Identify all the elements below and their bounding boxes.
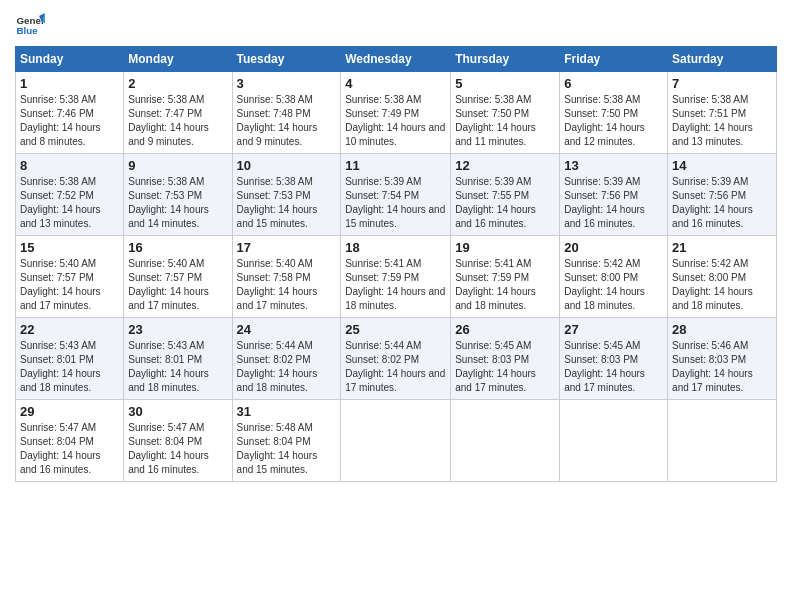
day-number: 14 xyxy=(672,158,772,173)
svg-text:Blue: Blue xyxy=(17,25,39,36)
page: General Blue SundayMondayTuesdayWednesda… xyxy=(0,0,792,612)
day-info: Sunrise: 5:38 AMSunset: 7:53 PMDaylight:… xyxy=(237,176,318,229)
calendar-cell: 7 Sunrise: 5:38 AMSunset: 7:51 PMDayligh… xyxy=(668,72,777,154)
day-number: 16 xyxy=(128,240,227,255)
calendar-week-2: 8 Sunrise: 5:38 AMSunset: 7:52 PMDayligh… xyxy=(16,154,777,236)
day-number: 24 xyxy=(237,322,337,337)
day-info: Sunrise: 5:44 AMSunset: 8:02 PMDaylight:… xyxy=(345,340,445,393)
calendar-header-sunday: Sunday xyxy=(16,47,124,72)
day-info: Sunrise: 5:42 AMSunset: 8:00 PMDaylight:… xyxy=(672,258,753,311)
day-info: Sunrise: 5:45 AMSunset: 8:03 PMDaylight:… xyxy=(564,340,645,393)
calendar-cell: 3 Sunrise: 5:38 AMSunset: 7:48 PMDayligh… xyxy=(232,72,341,154)
day-number: 25 xyxy=(345,322,446,337)
day-info: Sunrise: 5:38 AMSunset: 7:50 PMDaylight:… xyxy=(455,94,536,147)
day-info: Sunrise: 5:39 AMSunset: 7:54 PMDaylight:… xyxy=(345,176,445,229)
logo-icon: General Blue xyxy=(15,10,45,40)
calendar-cell: 15 Sunrise: 5:40 AMSunset: 7:57 PMDaylig… xyxy=(16,236,124,318)
calendar-header-wednesday: Wednesday xyxy=(341,47,451,72)
day-info: Sunrise: 5:38 AMSunset: 7:52 PMDaylight:… xyxy=(20,176,101,229)
header: General Blue xyxy=(15,10,777,40)
day-info: Sunrise: 5:38 AMSunset: 7:49 PMDaylight:… xyxy=(345,94,445,147)
day-number: 21 xyxy=(672,240,772,255)
calendar-cell: 5 Sunrise: 5:38 AMSunset: 7:50 PMDayligh… xyxy=(451,72,560,154)
calendar-cell xyxy=(560,400,668,482)
calendar-cell: 28 Sunrise: 5:46 AMSunset: 8:03 PMDaylig… xyxy=(668,318,777,400)
day-info: Sunrise: 5:44 AMSunset: 8:02 PMDaylight:… xyxy=(237,340,318,393)
day-info: Sunrise: 5:40 AMSunset: 7:57 PMDaylight:… xyxy=(128,258,209,311)
calendar-cell: 11 Sunrise: 5:39 AMSunset: 7:54 PMDaylig… xyxy=(341,154,451,236)
day-number: 23 xyxy=(128,322,227,337)
calendar-header-thursday: Thursday xyxy=(451,47,560,72)
day-number: 19 xyxy=(455,240,555,255)
day-info: Sunrise: 5:38 AMSunset: 7:46 PMDaylight:… xyxy=(20,94,101,147)
day-number: 4 xyxy=(345,76,446,91)
day-number: 26 xyxy=(455,322,555,337)
day-number: 15 xyxy=(20,240,119,255)
day-number: 12 xyxy=(455,158,555,173)
calendar-cell xyxy=(668,400,777,482)
day-number: 11 xyxy=(345,158,446,173)
calendar-cell: 20 Sunrise: 5:42 AMSunset: 8:00 PMDaylig… xyxy=(560,236,668,318)
calendar-cell: 22 Sunrise: 5:43 AMSunset: 8:01 PMDaylig… xyxy=(16,318,124,400)
calendar-cell: 1 Sunrise: 5:38 AMSunset: 7:46 PMDayligh… xyxy=(16,72,124,154)
calendar-header-friday: Friday xyxy=(560,47,668,72)
calendar-cell: 31 Sunrise: 5:48 AMSunset: 8:04 PMDaylig… xyxy=(232,400,341,482)
calendar-cell: 29 Sunrise: 5:47 AMSunset: 8:04 PMDaylig… xyxy=(16,400,124,482)
day-info: Sunrise: 5:46 AMSunset: 8:03 PMDaylight:… xyxy=(672,340,753,393)
day-info: Sunrise: 5:41 AMSunset: 7:59 PMDaylight:… xyxy=(345,258,445,311)
calendar-week-3: 15 Sunrise: 5:40 AMSunset: 7:57 PMDaylig… xyxy=(16,236,777,318)
calendar-cell: 21 Sunrise: 5:42 AMSunset: 8:00 PMDaylig… xyxy=(668,236,777,318)
day-info: Sunrise: 5:38 AMSunset: 7:47 PMDaylight:… xyxy=(128,94,209,147)
day-number: 18 xyxy=(345,240,446,255)
calendar-table: SundayMondayTuesdayWednesdayThursdayFrid… xyxy=(15,46,777,482)
calendar-cell: 23 Sunrise: 5:43 AMSunset: 8:01 PMDaylig… xyxy=(124,318,232,400)
day-info: Sunrise: 5:43 AMSunset: 8:01 PMDaylight:… xyxy=(20,340,101,393)
day-number: 3 xyxy=(237,76,337,91)
calendar-cell: 14 Sunrise: 5:39 AMSunset: 7:56 PMDaylig… xyxy=(668,154,777,236)
calendar-header-saturday: Saturday xyxy=(668,47,777,72)
calendar-header-row: SundayMondayTuesdayWednesdayThursdayFrid… xyxy=(16,47,777,72)
calendar-cell: 2 Sunrise: 5:38 AMSunset: 7:47 PMDayligh… xyxy=(124,72,232,154)
day-number: 9 xyxy=(128,158,227,173)
day-number: 22 xyxy=(20,322,119,337)
calendar-week-4: 22 Sunrise: 5:43 AMSunset: 8:01 PMDaylig… xyxy=(16,318,777,400)
calendar-header-tuesday: Tuesday xyxy=(232,47,341,72)
day-info: Sunrise: 5:39 AMSunset: 7:55 PMDaylight:… xyxy=(455,176,536,229)
calendar-cell: 8 Sunrise: 5:38 AMSunset: 7:52 PMDayligh… xyxy=(16,154,124,236)
day-info: Sunrise: 5:39 AMSunset: 7:56 PMDaylight:… xyxy=(564,176,645,229)
day-info: Sunrise: 5:48 AMSunset: 8:04 PMDaylight:… xyxy=(237,422,318,475)
calendar-cell: 24 Sunrise: 5:44 AMSunset: 8:02 PMDaylig… xyxy=(232,318,341,400)
day-info: Sunrise: 5:47 AMSunset: 8:04 PMDaylight:… xyxy=(20,422,101,475)
calendar-cell: 19 Sunrise: 5:41 AMSunset: 7:59 PMDaylig… xyxy=(451,236,560,318)
day-info: Sunrise: 5:42 AMSunset: 8:00 PMDaylight:… xyxy=(564,258,645,311)
day-number: 8 xyxy=(20,158,119,173)
day-number: 5 xyxy=(455,76,555,91)
day-number: 20 xyxy=(564,240,663,255)
calendar-cell: 25 Sunrise: 5:44 AMSunset: 8:02 PMDaylig… xyxy=(341,318,451,400)
calendar-cell: 17 Sunrise: 5:40 AMSunset: 7:58 PMDaylig… xyxy=(232,236,341,318)
day-info: Sunrise: 5:45 AMSunset: 8:03 PMDaylight:… xyxy=(455,340,536,393)
day-info: Sunrise: 5:40 AMSunset: 7:57 PMDaylight:… xyxy=(20,258,101,311)
day-number: 13 xyxy=(564,158,663,173)
calendar-cell: 13 Sunrise: 5:39 AMSunset: 7:56 PMDaylig… xyxy=(560,154,668,236)
day-info: Sunrise: 5:43 AMSunset: 8:01 PMDaylight:… xyxy=(128,340,209,393)
day-info: Sunrise: 5:38 AMSunset: 7:51 PMDaylight:… xyxy=(672,94,753,147)
calendar-cell: 4 Sunrise: 5:38 AMSunset: 7:49 PMDayligh… xyxy=(341,72,451,154)
day-number: 2 xyxy=(128,76,227,91)
calendar-cell: 9 Sunrise: 5:38 AMSunset: 7:53 PMDayligh… xyxy=(124,154,232,236)
day-info: Sunrise: 5:40 AMSunset: 7:58 PMDaylight:… xyxy=(237,258,318,311)
calendar-cell: 6 Sunrise: 5:38 AMSunset: 7:50 PMDayligh… xyxy=(560,72,668,154)
day-number: 7 xyxy=(672,76,772,91)
calendar-cell: 10 Sunrise: 5:38 AMSunset: 7:53 PMDaylig… xyxy=(232,154,341,236)
day-info: Sunrise: 5:47 AMSunset: 8:04 PMDaylight:… xyxy=(128,422,209,475)
calendar-cell xyxy=(451,400,560,482)
day-number: 1 xyxy=(20,76,119,91)
calendar-cell: 12 Sunrise: 5:39 AMSunset: 7:55 PMDaylig… xyxy=(451,154,560,236)
day-number: 6 xyxy=(564,76,663,91)
day-info: Sunrise: 5:38 AMSunset: 7:53 PMDaylight:… xyxy=(128,176,209,229)
calendar-cell: 27 Sunrise: 5:45 AMSunset: 8:03 PMDaylig… xyxy=(560,318,668,400)
calendar-week-5: 29 Sunrise: 5:47 AMSunset: 8:04 PMDaylig… xyxy=(16,400,777,482)
day-info: Sunrise: 5:39 AMSunset: 7:56 PMDaylight:… xyxy=(672,176,753,229)
day-number: 31 xyxy=(237,404,337,419)
day-number: 10 xyxy=(237,158,337,173)
